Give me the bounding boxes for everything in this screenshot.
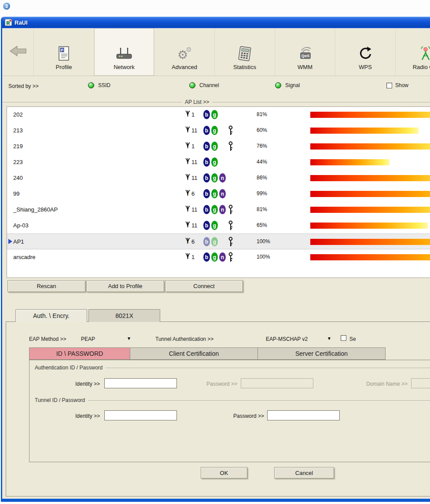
ap-row-202[interactable]: 2021bg81% [7, 107, 430, 123]
channel-icon [185, 174, 191, 182]
eap-method-dropdown-icon[interactable]: ▼ [127, 336, 131, 341]
auth-identity-label: Identity >> [29, 381, 100, 387]
svg-text:⚙: ⚙ [186, 46, 191, 53]
ap-ssid: _Shiang_2860AP [13, 206, 58, 213]
rescan-button[interactable]: Rescan [7, 280, 85, 292]
tunnel-identity-input[interactable] [104, 410, 177, 420]
mode-b-badge: b [203, 110, 210, 119]
ap-row-_Shiang_2860AP[interactable]: _Shiang_2860AP11bgn81% [7, 202, 430, 218]
ap-ssid: AP1 [13, 238, 24, 245]
show-checkbox-group[interactable]: Show [386, 82, 408, 88]
mode-g-badge: g [211, 110, 218, 119]
channel-icon [185, 190, 191, 197]
profile-icon: P [56, 44, 72, 62]
ap-ssid: 240 [13, 175, 23, 181]
channel-icon [185, 158, 191, 166]
sort-option-ssid[interactable]: SSID [88, 82, 110, 88]
tunnel-auth-value[interactable]: EAP-MSCHAP v2 [266, 336, 308, 342]
svg-text:QoS: QoS [301, 54, 310, 58]
key-icon [228, 205, 234, 215]
toolbar-item-wmm[interactable]: QoSWMM [275, 28, 335, 76]
ap-list-actions: Rescan Add to Profile Connect [2, 278, 430, 292]
ap-ssid: 213 [13, 127, 23, 134]
toolbar-item-network[interactable]: Network [94, 28, 154, 76]
auth-id-password-group-caption: Authentication ID / Password [35, 365, 430, 371]
auth-tab-auth-encry[interactable]: Auth. \ Encry. [15, 309, 87, 322]
domain-name-label: Domain Name >> [353, 381, 408, 387]
mode-b-badge: b [203, 237, 210, 246]
titlebar[interactable]: R RaUI [2, 17, 430, 28]
cert-tabs: ID \ PASSWORDClient CertificationServer … [29, 347, 386, 360]
connect-button[interactable]: Connect [165, 280, 243, 292]
session-checkbox[interactable] [341, 335, 346, 341]
cert-tab-client-certification[interactable]: Client Certification [130, 347, 258, 360]
ap-signal-percent: 81% [257, 111, 283, 117]
eap-method-value[interactable]: PEAP [81, 336, 95, 342]
ap-row-219[interactable]: 2191bg76% [7, 139, 430, 154]
channel-icon [185, 110, 191, 118]
toolbar-item-advanced[interactable]: ⚙⚙Advanced [154, 28, 215, 76]
ap-modes: bg [203, 126, 218, 135]
caption-line [2, 102, 182, 102]
cert-tab-id-password[interactable]: ID \ PASSWORD [29, 347, 130, 360]
tunnel-password-input[interactable] [267, 410, 340, 420]
back-button[interactable] [2, 28, 34, 76]
sort-option-channel[interactable]: Channel [189, 82, 219, 88]
toolbar-item-radio[interactable]: Radio On/ [396, 28, 430, 76]
key-icon [228, 237, 234, 247]
ap-row-213[interactable]: 21311bg60% [7, 123, 430, 139]
tunnel-auth-dropdown-icon[interactable]: ▼ [327, 336, 331, 341]
ap-list: 2021bg81%21311bg60%2191bg76%22311bg44%24… [7, 106, 430, 278]
caption-line [212, 102, 430, 102]
mode-b-badge: b [203, 189, 210, 198]
show-checkbox[interactable] [386, 83, 392, 88]
ap-row-AP1[interactable]: AP16bg100% [7, 234, 430, 249]
channel-icon [185, 253, 191, 261]
auth-identity-input[interactable] [104, 378, 177, 388]
auth-tab-8021x[interactable]: 8021X [88, 309, 160, 322]
advanced-icon: ⚙⚙ [176, 44, 193, 62]
ap-modes: bg [203, 142, 218, 151]
auth-tabs: Auth. \ Encry.8021X [15, 309, 430, 321]
ap-signal-percent: 99% [257, 190, 283, 197]
key-icon [228, 125, 234, 136]
toolbar-item-label: Advanced [172, 64, 197, 70]
toolbar-item-statistics[interactable]: Statistics [215, 28, 275, 76]
green-led-icon [275, 82, 281, 88]
toolbar-item-label: Profile [56, 64, 72, 70]
ap-modes: bgn [203, 189, 226, 198]
toolbar-item-label: Radio On/ [413, 64, 430, 70]
toolbar-item-wps[interactable]: WPS [335, 28, 396, 76]
key-icon [228, 110, 234, 120]
mode-n-badge: n [219, 189, 226, 198]
toolbar: PProfileNetwork⚙⚙AdvancedStatisticsQoSWM… [2, 28, 430, 76]
cancel-button[interactable]: Cancel [274, 467, 334, 478]
ap-row-99[interactable]: 996bgn99% [7, 186, 430, 202]
add-to-profile-button[interactable]: Add to Profile [86, 280, 164, 292]
ap-modes: bg [203, 157, 218, 167]
ap-row-240[interactable]: 24011bgn86% [7, 170, 430, 186]
ap-ssid: arscadre [13, 254, 36, 260]
auth-password-label: Password >> [201, 381, 237, 387]
network-icon [114, 44, 134, 62]
raui-window: R RaUI PProfileNetwork⚙⚙AdvancedStatisti… [1, 17, 430, 502]
ap-row-Ap-03[interactable]: Ap-0311bg65% [7, 218, 430, 234]
ap-signal-percent: 44% [257, 159, 283, 165]
ap-channel: 11 [191, 175, 198, 181]
sort-option-signal[interactable]: Signal [275, 82, 300, 88]
ap-signal-bar [310, 239, 430, 245]
cert-tab-server-certification[interactable]: Server Certification [258, 347, 386, 360]
mode-b-badge: b [203, 221, 210, 230]
mode-g-badge: g [211, 237, 218, 246]
ap-signal-percent: 100% [257, 254, 283, 260]
session-checkbox-label: Se [349, 336, 356, 342]
ap-row-223[interactable]: 22311bg44% [7, 154, 430, 170]
ok-button[interactable]: OK [201, 467, 247, 478]
key-icon [228, 173, 234, 183]
channel-icon [185, 221, 191, 229]
ap-signal-bar [310, 175, 430, 181]
toolbar-item-label: Network [114, 64, 135, 70]
ap-signal-bar [310, 128, 419, 134]
toolbar-item-profile[interactable]: PProfile [34, 28, 94, 76]
ap-row-arscadre[interactable]: arscadre1bgn100% [7, 249, 430, 265]
